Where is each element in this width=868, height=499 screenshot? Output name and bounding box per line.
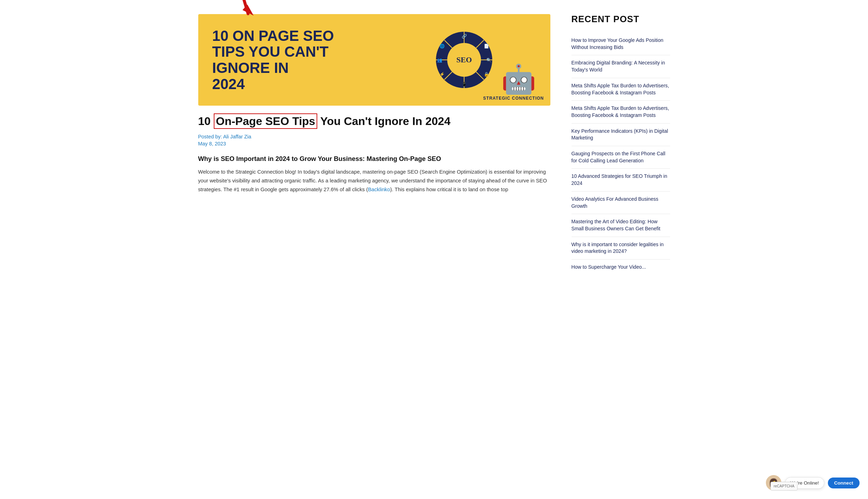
recent-post-link[interactable]: Why is it important to consider legaliti… [572,242,664,254]
backlinko-link[interactable]: Backlinko [368,187,390,192]
svg-text:SEO: SEO [456,55,472,64]
svg-text:📄: 📄 [483,43,489,49]
article-title-wrapper: 10 On-Page SEO Tips You Can't Ignore In … [198,114,550,129]
article-body-text-after: ). This explains how critical it is to l… [390,187,508,192]
recent-post-item: Embracing Digital Branding: A Necessity … [572,55,670,78]
recent-post-link[interactable]: Embracing Digital Branding: A Necessity … [572,60,665,73]
svg-text:🔒: 🔒 [483,71,489,77]
hero-title-line4: 2024 [212,76,245,92]
recent-post-list: How to Improve Your Google Ads Position … [572,33,670,275]
hero-title-line1: 10 ON PAGE SEO [212,27,334,44]
recent-post-link[interactable]: Meta Shifts Apple Tax Burden to Advertis… [572,105,669,118]
recent-post-item: Gauging Prospects on the First Phone Cal… [572,146,670,169]
recent-post-link[interactable]: Mastering the Art of Video Editing: How … [572,219,661,231]
post-date: May 8, 2023 [198,141,550,146]
recent-post-item: Video Analytics For Advanced Business Gr… [572,192,670,214]
svg-text:🌐: 🌐 [439,43,444,49]
article-meta: Posted by: Ali Jaffar Zia May 8, 2023 [198,134,550,146]
svg-line-19 [230,0,248,14]
recent-post-link[interactable]: 10 Advanced Strategies for SEO Triumph i… [572,173,667,186]
svg-text:🔗: 🔗 [461,33,467,39]
recent-post-item: Meta Shifts Apple Tax Burden to Advertis… [572,101,670,123]
recent-post-item: Key Performance Indicators (KPIs) in Dig… [572,124,670,146]
recent-post-link[interactable]: Key Performance Indicators (KPIs) in Dig… [572,128,668,141]
hero-title-line2: TIPS YOU CAN'T [212,43,329,60]
posted-by-label: Posted by: [198,134,222,139]
hero-section: 10 ON PAGE SEO TIPS YOU CAN'T IGNORE IN … [198,14,550,106]
svg-text:👥: 👥 [437,57,442,63]
seo-wheel-icon: SEO 🔗 📄 🔍 🔒 [434,30,494,90]
posted-by: Posted by: Ali Jaffar Zia [198,134,550,139]
page-wrapper: 10 ON PAGE SEO TIPS YOU CAN'T IGNORE IN … [188,0,681,289]
brand-watermark: STRATEGIC CONNECTION [483,96,544,101]
sidebar: RECENT POST How to Improve Your Google A… [572,14,670,275]
recent-post-link[interactable]: Meta Shifts Apple Tax Burden to Advertis… [572,83,669,95]
robot-illustration: 🤖 [501,65,536,93]
hero-title-line3: IGNORE IN [212,60,289,76]
article-title-suffix: You Can't Ignore In 2024 [317,115,450,127]
main-content: 10 ON PAGE SEO TIPS YOU CAN'T IGNORE IN … [198,14,550,275]
hero-illustration: SEO 🔗 📄 🔍 🔒 [434,30,536,90]
author-name[interactable]: Ali Jaffar Zia [222,134,251,139]
article-title-prefix: 10 [198,115,214,127]
recent-post-item: How to Improve Your Google Ads Position … [572,33,670,55]
svg-text:🔍: 🔍 [486,57,491,63]
recent-post-item: How to Supercharge Your Video... [572,260,670,275]
article-section-title: Why is SEO Important in 2024 to Grow You… [198,155,550,163]
recent-post-link[interactable]: Video Analytics For Advanced Business Gr… [572,196,658,209]
recent-post-link[interactable]: Gauging Prospects on the First Phone Cal… [572,151,666,163]
sidebar-title: RECENT POST [572,14,670,24]
article-body: Welcome to the Strategic Connection blog… [198,168,550,194]
svg-text:📱: 📱 [461,81,467,87]
recent-post-item: 10 Advanced Strategies for SEO Triumph i… [572,169,670,191]
hero-text-block: 10 ON PAGE SEO TIPS YOU CAN'T IGNORE IN … [212,28,434,92]
article-title-highlight: On-Page SEO Tips [214,113,317,129]
recent-post-item: Why is it important to consider legaliti… [572,237,670,260]
recent-post-link[interactable]: How to Supercharge Your Video... [572,264,646,270]
svg-text:⚡: ⚡ [439,71,444,77]
recent-post-item: Mastering the Art of Video Editing: How … [572,214,670,237]
hero-image: 10 ON PAGE SEO TIPS YOU CAN'T IGNORE IN … [198,14,550,106]
recent-post-link[interactable]: How to Improve Your Google Ads Position … [572,37,663,50]
hero-title: 10 ON PAGE SEO TIPS YOU CAN'T IGNORE IN … [212,28,434,92]
recent-post-item: Meta Shifts Apple Tax Burden to Advertis… [572,78,670,101]
